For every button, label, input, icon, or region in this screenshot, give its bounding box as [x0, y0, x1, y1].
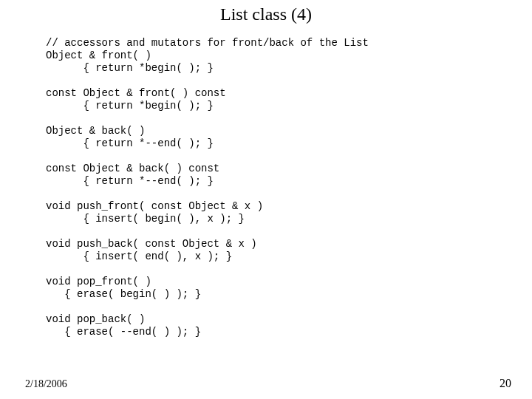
slide-date: 2/18/2006: [25, 378, 67, 390]
page-number: 20: [499, 377, 511, 390]
slide-title: List class (4): [0, 4, 532, 24]
slide: List class (4) // accessors and mutators…: [0, 0, 532, 399]
code-block: // accessors and mutators for front/back…: [46, 37, 502, 338]
